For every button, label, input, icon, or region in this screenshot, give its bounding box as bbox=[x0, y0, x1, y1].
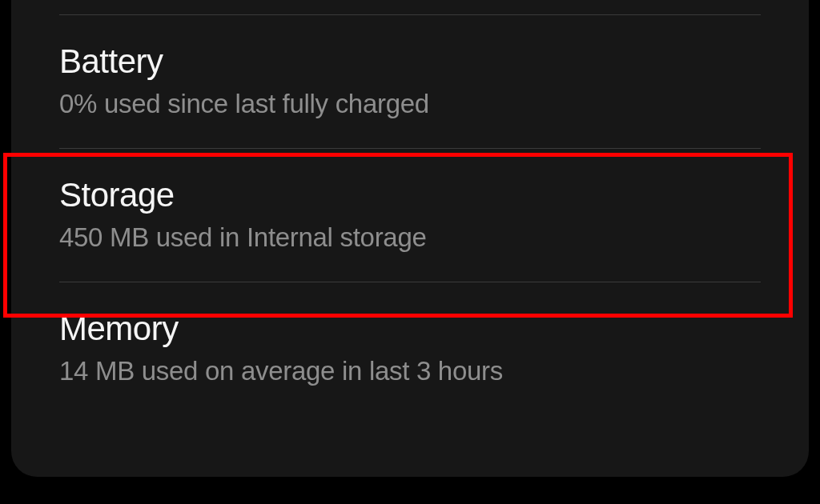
battery-title: Battery bbox=[59, 42, 761, 81]
settings-container: Battery 0% used since last fully charged… bbox=[0, 0, 820, 477]
settings-panel: Battery 0% used since last fully charged… bbox=[11, 0, 809, 477]
storage-title: Storage bbox=[59, 176, 761, 214]
memory-subtitle: 14 MB used on average in last 3 hours bbox=[59, 356, 761, 386]
battery-subtitle: 0% used since last fully charged bbox=[59, 89, 761, 119]
storage-subtitle: 450 MB used in Internal storage bbox=[59, 222, 761, 253]
battery-setting-item[interactable]: Battery 0% used since last fully charged bbox=[11, 15, 809, 148]
memory-title: Memory bbox=[59, 310, 761, 348]
storage-setting-item[interactable]: Storage 450 MB used in Internal storage bbox=[11, 149, 809, 282]
memory-setting-item[interactable]: Memory 14 MB used on average in last 3 h… bbox=[11, 282, 809, 415]
